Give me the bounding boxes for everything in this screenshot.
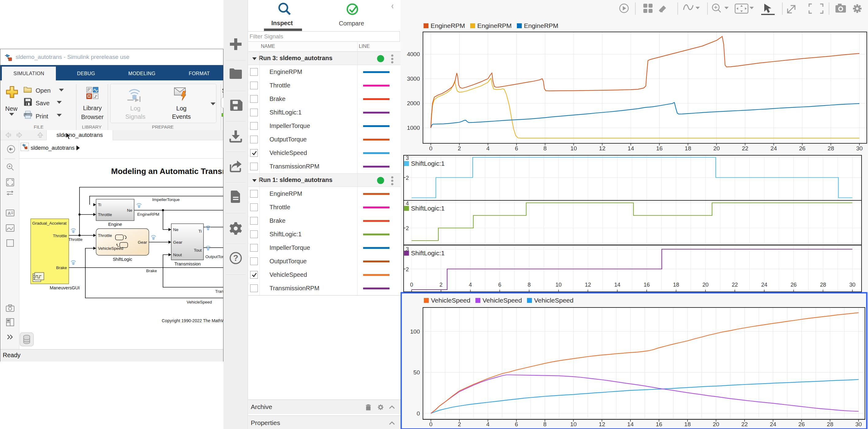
svg-text:14: 14 <box>627 421 634 427</box>
svg-text:6: 6 <box>515 421 518 427</box>
svg-text:A: A <box>8 211 11 216</box>
svg-text:VehicleSpeed: VehicleSpeed <box>98 246 123 251</box>
svg-text:16: 16 <box>656 145 663 152</box>
svg-text:Copyright 1990-2022 The MathW: Copyright 1990-2022 The MathW <box>162 318 223 323</box>
svg-text:Gear: Gear <box>138 240 147 245</box>
svg-text:Brake: Brake <box>56 266 67 270</box>
svg-text:EngineRPM: EngineRPM <box>524 22 558 29</box>
svg-text:22: 22 <box>742 145 748 152</box>
svg-text:ShiftLogic:1: ShiftLogic:1 <box>411 249 445 256</box>
svg-text:OutputTor: OutputTor <box>205 254 223 259</box>
svg-text:EngineRPM: EngineRPM <box>431 22 465 29</box>
svg-text:28: 28 <box>827 421 833 427</box>
svg-text:Throttle: Throttle <box>98 212 112 217</box>
svg-text:24: 24 <box>770 145 777 152</box>
svg-text:ManeuversGUI: ManeuversGUI <box>50 285 80 290</box>
svg-text:EngineRPM: EngineRPM <box>137 212 159 217</box>
svg-text:10: 10 <box>570 421 577 427</box>
svg-text:18: 18 <box>684 421 691 427</box>
svg-text:Modeling an Automatic Transmi: Modeling an Automatic Transmi <box>111 166 223 176</box>
svg-text:Throttle: Throttle <box>98 233 112 238</box>
svg-text:ShiftLogic: ShiftLogic <box>113 257 132 262</box>
svg-text:Gear: Gear <box>173 240 183 245</box>
svg-text:Gradual_Accelerat: Gradual_Accelerat <box>32 221 67 225</box>
svg-text:2: 2 <box>458 145 461 152</box>
svg-text:0: 0 <box>416 410 420 417</box>
svg-text:10: 10 <box>570 145 577 152</box>
svg-text:ShiftLogic:1: ShiftLogic:1 <box>411 205 445 212</box>
svg-text:EngineRPM: EngineRPM <box>477 22 512 29</box>
svg-text:Ne: Ne <box>127 208 132 213</box>
svg-text:24: 24 <box>761 282 767 288</box>
svg-text:Throttle: Throttle <box>68 237 83 242</box>
svg-text:12: 12 <box>599 421 605 427</box>
svg-text:20: 20 <box>713 421 719 427</box>
svg-text:3: 3 <box>406 155 409 161</box>
svg-text:4: 4 <box>486 145 490 152</box>
svg-text:22: 22 <box>732 282 738 288</box>
svg-text:24: 24 <box>770 421 777 427</box>
svg-text:Ne: Ne <box>173 227 178 232</box>
svg-text:Tran: Tran <box>215 289 223 294</box>
svg-text:100: 100 <box>410 328 420 335</box>
svg-text:1000: 1000 <box>407 125 420 131</box>
svg-text:30: 30 <box>849 282 856 288</box>
svg-text:0: 0 <box>429 145 432 152</box>
svg-text:VehicleSpeed: VehicleSpeed <box>431 297 470 304</box>
svg-text:Nout: Nout <box>173 252 182 257</box>
svg-text:20: 20 <box>702 282 708 288</box>
svg-text:26: 26 <box>799 145 805 152</box>
svg-text:14: 14 <box>628 145 634 152</box>
svg-text:28: 28 <box>820 282 826 288</box>
svg-text:30: 30 <box>856 145 863 152</box>
svg-text:8: 8 <box>543 421 547 427</box>
svg-text:VehicleSpeed: VehicleSpeed <box>534 297 574 304</box>
svg-text:2: 2 <box>406 225 409 232</box>
svg-text:Transmission: Transmission <box>174 262 201 266</box>
svg-text:Engine: Engine <box>108 222 122 227</box>
svg-text:4: 4 <box>486 421 490 427</box>
svg-text:ImpellerTorque: ImpellerTorque <box>152 197 180 202</box>
svg-text:2: 2 <box>439 282 443 288</box>
svg-text:VehicleSpeed: VehicleSpeed <box>483 297 522 304</box>
svg-text:2000: 2000 <box>407 100 420 106</box>
svg-text:Throttle: Throttle <box>53 234 67 238</box>
svg-text:22: 22 <box>741 421 748 427</box>
svg-text:20: 20 <box>713 145 720 152</box>
svg-text:28: 28 <box>828 145 834 152</box>
svg-text:8: 8 <box>544 145 547 152</box>
svg-text:0: 0 <box>429 421 433 427</box>
svg-text:2: 2 <box>458 421 461 427</box>
svg-text:2: 2 <box>406 175 409 181</box>
svg-text:26: 26 <box>790 282 797 288</box>
svg-text:VehicleSpeed: VehicleSpeed <box>187 300 212 304</box>
svg-text:16: 16 <box>644 282 650 288</box>
svg-text:3000: 3000 <box>407 75 420 82</box>
svg-text:30: 30 <box>856 421 862 427</box>
svg-text:16: 16 <box>656 421 662 427</box>
svg-text:6: 6 <box>515 145 518 152</box>
svg-text:18: 18 <box>673 282 679 288</box>
svg-text:ShiftLogic:1: ShiftLogic:1 <box>411 160 445 167</box>
svg-text:Brake: Brake <box>146 269 157 273</box>
svg-text:2: 2 <box>406 266 409 273</box>
svg-text:0: 0 <box>410 282 413 288</box>
svg-text:Ti: Ti <box>98 203 101 207</box>
svg-text:Tout: Tout <box>194 248 202 252</box>
svg-text:6: 6 <box>498 282 501 288</box>
svg-text:50: 50 <box>413 369 420 376</box>
svg-text:?: ? <box>233 253 239 263</box>
svg-text:4: 4 <box>406 201 409 207</box>
svg-text:10: 10 <box>556 282 562 288</box>
svg-text:12: 12 <box>585 282 591 288</box>
svg-text:4000: 4000 <box>407 51 420 57</box>
svg-text:14: 14 <box>614 282 620 288</box>
svg-text:12: 12 <box>599 145 606 152</box>
svg-text:8: 8 <box>528 282 531 288</box>
svg-text:18: 18 <box>685 145 691 152</box>
svg-text:4: 4 <box>469 282 472 288</box>
svg-text:Ti: Ti <box>198 229 202 234</box>
svg-text:26: 26 <box>798 421 805 427</box>
